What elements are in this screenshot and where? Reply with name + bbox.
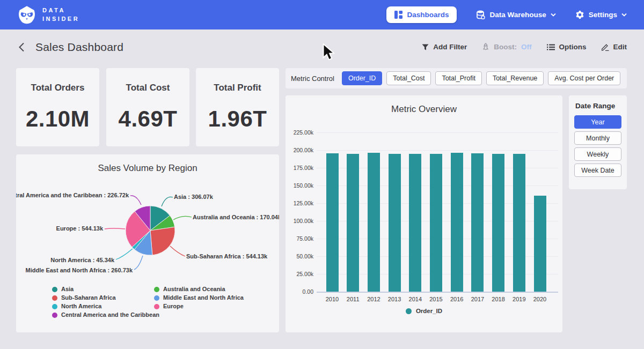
database-icon <box>476 10 485 19</box>
x-axis-tick: 2019 <box>509 296 529 302</box>
y-axis-tick: 175.00k <box>286 165 313 171</box>
x-axis-tick: 2010 <box>322 296 342 302</box>
pie-legend-item-australia-and-oceania[interactable]: Australia and Oceania <box>154 286 225 292</box>
svg-text:Europe: Europe <box>163 303 184 309</box>
boost-state: Off <box>521 43 532 51</box>
metric-option-order-id[interactable]: Order_ID <box>342 71 382 85</box>
pie-callout-label: Central America and the Caribbean : 226.… <box>16 192 129 198</box>
bar-2020[interactable] <box>534 196 546 292</box>
pie-callout-label: Australia and Oceania : 170.04k <box>193 214 279 220</box>
bar-chart-card: Metric Overview 0.0025.00k50.00k75.00k10… <box>286 95 562 332</box>
metric-control-bar: Metric Control Order_IDTotal_CostTotal_P… <box>286 68 627 88</box>
metric-option-total-cost[interactable]: Total_Cost <box>386 71 431 85</box>
svg-text:Middle East and North Africa: Middle East and North Africa <box>163 294 244 301</box>
list-options-icon <box>547 44 555 50</box>
bar-2016[interactable] <box>451 153 463 292</box>
y-axis-tick: 75.00k <box>286 235 313 242</box>
nav-dashboards-button[interactable]: Dashboards <box>386 6 457 23</box>
pie-callout-label: North America : 45.34k <box>50 257 115 263</box>
date-option-weekly[interactable]: Weekly <box>574 147 621 161</box>
pie-legend-item-north-america[interactable]: North America <box>52 303 102 309</box>
kpi-label: Total Cost <box>126 83 170 93</box>
nav-menu: Dashboards Data Warehouse Settings <box>386 6 627 23</box>
boost-label: Boost: <box>494 43 517 51</box>
metric-option-total-profit[interactable]: Total_Profit <box>435 71 482 85</box>
metric-option-total-revenue[interactable]: Total_Revenue <box>486 71 544 85</box>
pie-legend-item-middle-east-and-north-africa[interactable]: Middle East and North Africa <box>154 294 244 301</box>
nav-settings[interactable]: Settings <box>575 10 627 19</box>
gridline <box>317 132 558 133</box>
y-axis-tick: 100.00k <box>286 218 313 224</box>
add-filter-button[interactable]: Add Filter <box>422 43 467 51</box>
pie-leader-line <box>173 216 192 220</box>
bar-2012[interactable] <box>368 153 380 292</box>
date-option-week-date[interactable]: Week Date <box>574 164 621 177</box>
gridline <box>317 150 558 151</box>
y-axis-tick: 225.00k <box>286 129 313 136</box>
kpi-label: Total Orders <box>31 83 85 93</box>
gear-icon <box>575 10 584 19</box>
svg-text:Central America and the Caribb: Central America and the Caribbean <box>61 311 159 318</box>
date-option-year[interactable]: Year <box>574 115 621 129</box>
dashboard-header: Sales Dashboard Add Filter Boost: Off <box>0 29 644 64</box>
nav-data-warehouse-label: Data Warehouse <box>489 11 546 19</box>
brand-name: DATA INSIDER <box>42 6 79 24</box>
filter-funnel-icon <box>422 44 429 50</box>
chevron-left-icon <box>18 42 25 52</box>
kpi-value: 2.10M <box>26 106 90 132</box>
rocket-icon <box>482 43 489 51</box>
bar-2018[interactable] <box>492 154 504 292</box>
pie-legend-item-asia[interactable]: Asia <box>52 286 74 292</box>
app-window: DATA INSIDER Dashboards D <box>0 0 644 349</box>
brand-logo: DATA INSIDER <box>17 5 79 25</box>
back-button[interactable] <box>15 40 28 54</box>
legend-dot <box>406 308 412 314</box>
bar-2019[interactable] <box>513 154 525 292</box>
pie-leader-line <box>116 249 133 259</box>
dashboard-grid-icon <box>394 11 402 19</box>
bar-chart-legend[interactable]: Order_ID <box>286 308 562 314</box>
nav-data-warehouse[interactable]: Data Warehouse <box>476 10 555 19</box>
edit-button[interactable]: Edit <box>602 43 627 51</box>
date-range-options: YearMonthlyWeeklyWeek Date <box>574 115 621 177</box>
pie-slice-sub-saharan-africa[interactable] <box>150 227 175 255</box>
options-label: Options <box>559 43 587 51</box>
bar-2017[interactable] <box>471 153 484 292</box>
kpi-card-total-cost: Total Cost 4.69T <box>106 68 189 146</box>
metric-options: Order_IDTotal_CostTotal_ProfitTotal_Reve… <box>342 71 620 85</box>
bar-chart-plot: 0.0025.00k50.00k75.00k100.00k125.00k150.… <box>286 95 562 332</box>
pie-leader-line <box>162 197 173 206</box>
pie-chart-title: Sales Volume by Region <box>16 154 279 174</box>
bar-2010[interactable] <box>326 153 339 292</box>
pie-leader-line <box>134 256 143 270</box>
svg-text:Sub-Saharan Africa: Sub-Saharan Africa <box>61 294 116 301</box>
x-axis-tick: 2013 <box>384 296 405 302</box>
y-axis-tick: 125.00k <box>286 200 313 206</box>
y-axis-tick: 50.00k <box>286 253 313 259</box>
bar-2015[interactable] <box>430 154 442 292</box>
bar-2011[interactable] <box>347 154 359 292</box>
date-range-label: Date Range <box>575 102 621 110</box>
pie-legend-item-sub-saharan-africa[interactable]: Sub-Saharan Africa <box>52 294 116 301</box>
bar-2013[interactable] <box>389 154 401 292</box>
pie-leader-line <box>105 228 125 229</box>
page-title: Sales Dashboard <box>35 41 123 54</box>
chevron-down-icon <box>621 13 627 17</box>
y-axis-tick: 200.00k <box>286 147 313 153</box>
bar-2014[interactable] <box>409 154 421 292</box>
date-option-monthly[interactable]: Monthly <box>574 131 621 145</box>
boost-toggle[interactable]: Boost: Off <box>482 43 531 51</box>
y-axis-tick: 150.00k <box>286 182 313 189</box>
options-button[interactable]: Options <box>547 43 587 51</box>
kpi-label: Total Profit <box>214 83 261 93</box>
pie-legend-item-europe[interactable]: Europe <box>154 303 184 309</box>
top-nav: DATA INSIDER Dashboards D <box>0 0 644 29</box>
pie-chart: Asia : 306.07kAustralia and Oceania : 17… <box>16 177 279 332</box>
y-axis-tick: 25.00k <box>286 271 313 277</box>
metric-control-label: Metric Control <box>291 75 334 83</box>
pie-legend-item-central-america-and-the-caribbean[interactable]: Central America and the Caribbean <box>52 311 159 318</box>
nav-dashboards-label: Dashboards <box>407 11 449 19</box>
x-axis-tick: 2011 <box>343 296 363 302</box>
metric-option-avg-cost-per-order[interactable]: Avg. Cost per Order <box>548 71 620 85</box>
x-axis-tick: 2016 <box>447 296 467 302</box>
